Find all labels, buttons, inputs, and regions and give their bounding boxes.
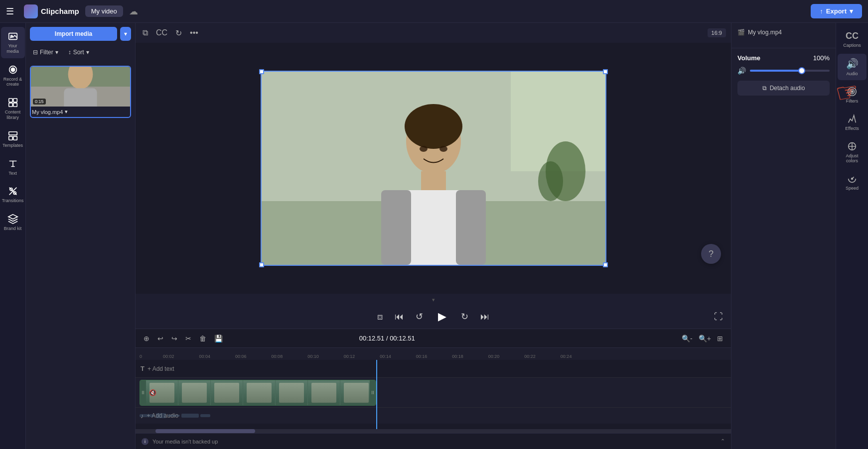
add-text-button[interactable]: T + Add text: [141, 365, 174, 372]
clip-frame-5: [276, 380, 308, 405]
sidebar-item-content-library[interactable]: Contentlibrary: [1, 93, 25, 124]
rt-item-audio[interactable]: 🔊 Audio: [838, 54, 867, 80]
corner-handle-bl[interactable]: [259, 262, 264, 267]
center-area: ⧉ CC ↻ ••• 16:9: [136, 23, 731, 449]
rt-item-effects[interactable]: Effects: [838, 110, 867, 135]
corner-handle-tl[interactable]: [259, 69, 264, 74]
status-bar: i Your media isn't backed up ⌃: [136, 433, 731, 449]
sidebar-item-record-create[interactable]: Record &create: [1, 60, 25, 92]
export-button[interactable]: ↑ Export ▾: [811, 4, 862, 18]
svg-point-28: [420, 146, 428, 152]
save-button[interactable]: 💾: [212, 333, 225, 344]
media-item[interactable]: 0:15 My vlog.mp4 ▾: [30, 66, 131, 118]
hamburger-menu[interactable]: ☰: [6, 6, 14, 17]
clip-handle-right[interactable]: ⏸: [370, 380, 376, 405]
brand-icon: [7, 214, 18, 224]
clip-handle-left[interactable]: ⏸: [140, 380, 146, 405]
ruler-mark-2: 00:04: [199, 354, 211, 359]
volume-section: Volume 100% 🔊 ⧉ Detach audio: [731, 48, 836, 102]
skip-forward-button[interactable]: ⏭: [478, 310, 491, 324]
detach-audio-button[interactable]: ⧉ Detach audio: [737, 81, 830, 96]
redo-button[interactable]: ↪: [169, 333, 179, 344]
ruler-mark-0: 0: [140, 354, 142, 359]
crop-tool-button[interactable]: ⧉: [141, 26, 150, 39]
dismiss-icon[interactable]: ⌃: [721, 438, 725, 445]
sidebar-label-content-library: Contentlibrary: [5, 110, 21, 120]
help-button[interactable]: ?: [701, 244, 721, 264]
delete-button[interactable]: 🗑: [197, 333, 208, 344]
sidebar-item-transitions[interactable]: Transitions: [1, 182, 25, 208]
rewind-button[interactable]: ↺: [414, 309, 425, 324]
sidebar-label-record-create: Record &create: [3, 77, 22, 88]
rt-item-adjust-colors[interactable]: Adjustcolors: [838, 137, 867, 167]
zoom-out-button[interactable]: 🔍-: [680, 333, 695, 344]
ruler-mark-11: 00:22: [524, 354, 536, 359]
rt-item-filters[interactable]: Filters: [838, 82, 867, 108]
rt-label-adjust-colors: Adjustcolors: [846, 153, 858, 163]
filter-button[interactable]: ⊟ Filter ▾: [30, 47, 61, 58]
svg-rect-4: [8, 99, 12, 102]
effects-icon: [847, 113, 858, 124]
sidebar-item-templates[interactable]: Templates: [1, 126, 25, 152]
more-tool-button[interactable]: •••: [188, 26, 200, 39]
import-dropdown-button[interactable]: ▾: [120, 27, 131, 41]
detach-icon: ⧉: [762, 85, 767, 92]
volume-label: Volume: [737, 54, 760, 62]
fullscreen-button[interactable]: ⛶: [712, 310, 725, 324]
sort-button[interactable]: ↕ Sort ▾: [65, 47, 92, 58]
sidebar-item-your-media[interactable]: Your media: [1, 27, 25, 58]
right-panel-header: 🎬 My vlog.mp4: [731, 23, 836, 48]
svg-rect-16: [64, 88, 97, 107]
video-preview: ?: [136, 43, 731, 294]
playhead[interactable]: [376, 360, 377, 429]
cloud-icon[interactable]: ☁: [129, 6, 138, 17]
rt-item-captions[interactable]: CC Captions: [838, 27, 867, 52]
rotate-tool-button[interactable]: ↻: [173, 26, 184, 40]
sidebar-item-text[interactable]: Text: [1, 154, 25, 180]
volume-thumb[interactable]: [798, 67, 805, 74]
timeline-ruler: 0 00:02 00:04 00:06 00:08 00:10 00:12 00…: [136, 348, 731, 360]
volume-slider[interactable]: [750, 70, 830, 72]
audio-track: ♪ + Add audio: [136, 408, 731, 424]
right-panel: 🎬 My vlog.mp4 Volume 100% 🔊 ⧉ Detach aud…: [731, 23, 836, 449]
timeline-toolbar: ⊕ ↩ ↪ ✂ 🗑 💾 00:12.51 / 00:12.51 🔍- 🔍+ ⊞: [136, 329, 731, 348]
clip-frame-2: [178, 380, 211, 405]
templates-icon: [7, 130, 18, 141]
svg-rect-9: [8, 136, 12, 140]
fit-view-button[interactable]: ⊞: [715, 333, 725, 344]
right-toolbar: CC Captions 🔊 Audio Filters Effects: [836, 23, 868, 449]
timeline-scrollbar[interactable]: [136, 429, 731, 433]
video-clip[interactable]: ⏸ 🔇 ⏸: [140, 380, 376, 406]
preview-controls: ⧈ ⏮ ↺ ▶ ↻ ⏭ ⛶: [136, 305, 731, 329]
corner-handle-tr[interactable]: [603, 69, 608, 74]
trim-icon-left[interactable]: ⧈: [375, 310, 385, 324]
import-media-button[interactable]: Import media: [30, 27, 117, 41]
media-filters: ⊟ Filter ▾ ↕ Sort ▾: [26, 45, 135, 62]
media-chevron-icon[interactable]: ▾: [65, 109, 68, 115]
mute-button[interactable]: 🔊: [737, 67, 746, 75]
volume-slider-row: 🔊: [737, 67, 830, 75]
undo-button[interactable]: ↩: [155, 333, 165, 344]
forward-button[interactable]: ↻: [459, 309, 470, 324]
export-icon: ↑: [820, 7, 823, 15]
rt-item-speed[interactable]: Speed: [838, 169, 867, 195]
play-button[interactable]: ▶: [433, 308, 451, 326]
svg-point-29: [439, 146, 447, 152]
timeline-tracks-wrapper: T + Add text ⏸ 🔇: [136, 360, 731, 429]
skip-back-button[interactable]: ⏮: [393, 310, 406, 324]
sidebar-label-your-media: Your media: [3, 43, 23, 54]
panel-collapse[interactable]: ▾: [136, 294, 731, 305]
media-name: My vlog.mp4 ▾: [31, 107, 130, 117]
zoom-in-button[interactable]: 🔍+: [697, 333, 713, 344]
sidebar-item-brand-kit[interactable]: Brand kit: [1, 210, 25, 235]
caption-tool-button[interactable]: CC: [154, 26, 169, 39]
svg-rect-6: [8, 103, 12, 107]
tab-my-video[interactable]: My video: [85, 5, 123, 17]
status-icon: i: [142, 438, 148, 445]
media-grid: 0:15 My vlog.mp4 ▾: [26, 62, 135, 449]
scrollbar-thumb[interactable]: [155, 429, 255, 433]
magnet-tool[interactable]: ⊕: [142, 333, 151, 344]
corner-handle-br[interactable]: [603, 262, 608, 267]
cut-button[interactable]: ✂: [183, 333, 193, 344]
video-content[interactable]: [262, 72, 605, 265]
